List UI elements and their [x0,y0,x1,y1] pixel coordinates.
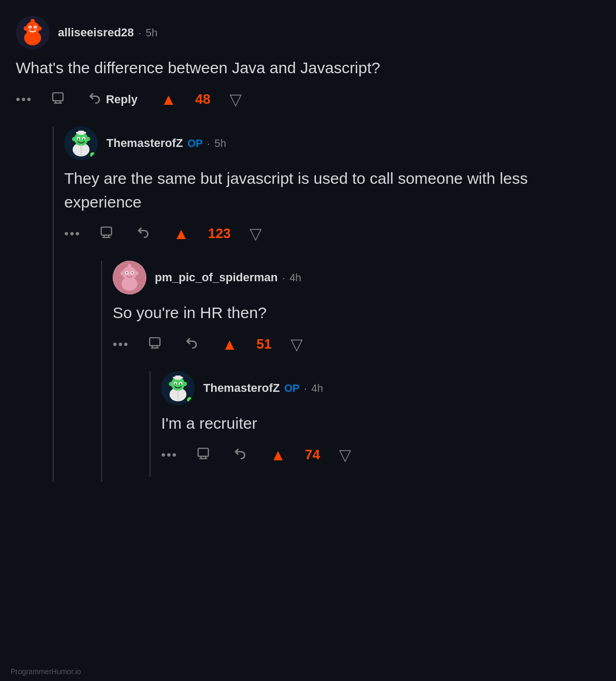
online-indicator-2 [186,396,193,403]
timestamp-2: 5h [214,137,226,149]
svg-point-34 [121,271,125,275]
comment-2-actions: ••• [64,222,600,245]
comment-3-actions: ••• [113,333,600,356]
svg-rect-58 [198,448,208,456]
svg-point-53 [175,383,176,385]
comment-4-meta: ThemasterofZ OP · 4h [203,381,323,395]
upvote-icon-2: ▲ [173,225,189,243]
svg-rect-42 [150,338,160,346]
more-options-1[interactable]: ••• [16,92,32,107]
username-3: pm_pic_of_spiderman [155,271,278,284]
reply-btn-1[interactable]: Reply [84,89,142,110]
downvote-btn-3[interactable]: ▽ [286,333,307,356]
downvote-btn-4[interactable]: ▽ [335,443,355,466]
award-icon-4 [196,447,210,463]
upvote-btn-1[interactable]: ▲ [156,88,181,111]
svg-rect-27 [101,227,112,235]
nested-level-2: pm_pic_of_spiderman · 4h So you're in HR… [101,261,600,482]
online-indicator-1 [89,151,96,159]
downvote-icon-1: ▽ [230,90,242,108]
downvote-icon-2: ▽ [250,224,262,243]
award-icon-3 [148,336,162,353]
avatar-spiderman [113,261,146,294]
reply-btn-4[interactable] [229,445,251,466]
award-icon-1 [51,91,65,108]
comment-thread: alliseeisred28 · 5h What's the differenc… [16,16,600,482]
comment-1: alliseeisred28 · 5h What's the differenc… [16,16,600,116]
comment-4: ThemasterofZ OP · 4h I'm a recruiter ••• [161,371,600,471]
avatar-alliseeisred28 [16,16,49,50]
comment-1-body: What's the difference between Java and J… [16,56,600,80]
timestamp-3: 4h [290,272,301,283]
comment-2-header: ThemasterofZ OP · 5h [64,126,600,160]
award-btn-4[interactable] [192,445,214,466]
svg-point-39 [132,272,133,274]
sep-3: · [282,272,285,283]
comment-1-actions: ••• Reply [16,88,600,111]
svg-point-22 [78,139,80,140]
upvote-btn-4[interactable]: ▲ [266,444,290,466]
more-options-3[interactable]: ••• [113,337,129,352]
svg-point-54 [180,383,182,385]
upvote-btn-3[interactable]: ▲ [217,333,242,356]
comment-4-header: ThemasterofZ OP · 4h [161,371,600,405]
upvote-icon-3: ▲ [222,335,237,353]
downvote-btn-1[interactable]: ▽ [225,88,246,111]
svg-point-5 [29,27,31,29]
award-btn-3[interactable] [144,334,166,355]
username-1: alliseeisred28 [58,26,134,39]
comment-2-meta: ThemasterofZ OP · 5h [106,136,226,150]
comment-3-body: So you're in HR then? [113,301,600,324]
reply-btn-3[interactable] [181,334,203,355]
comment-1-meta: alliseeisred28 · 5h [58,26,157,40]
comment-1-header: alliseeisred28 · 5h [16,16,600,50]
svg-rect-19 [78,131,84,135]
svg-point-6 [35,27,36,29]
timestamp-4: 4h [311,382,323,394]
more-options-4[interactable]: ••• [161,448,177,462]
reply-icon-1 [88,91,102,108]
avatar-themasterofz-2 [161,371,195,405]
nested-level-3: ThemasterofZ OP · 4h I'm a recruiter ••• [150,371,600,477]
upvote-icon-1: ▲ [161,91,176,108]
username-4: ThemasterofZ [203,381,280,394]
op-badge-4: OP [284,382,300,394]
watermark: ProgrammerHumor.io [11,667,81,676]
reply-icon-2 [136,225,150,242]
svg-point-35 [134,271,138,275]
reply-icon-4 [233,447,247,463]
svg-point-10 [37,26,42,31]
svg-rect-11 [53,93,63,101]
upvote-btn-2[interactable]: ▲ [169,223,193,245]
award-icon-2 [100,225,113,242]
timestamp-1: 5h [146,27,157,38]
svg-point-55 [169,382,173,386]
vote-count-1: 48 [195,91,211,107]
svg-rect-50 [175,376,181,380]
nested-level-1: ThemasterofZ OP · 5h They are the same b… [53,126,600,482]
award-btn-1[interactable] [47,89,69,110]
svg-point-56 [183,382,187,386]
op-badge-2: OP [187,137,203,149]
svg-point-9 [24,26,28,31]
comment-3-meta: pm_pic_of_spiderman · 4h [155,271,301,284]
downvote-btn-2[interactable]: ▽ [245,222,266,245]
comment-3: pm_pic_of_spiderman · 4h So you're in HR… [113,261,600,477]
comment-4-body: I'm a recruiter [161,411,600,435]
more-options-2[interactable]: ••• [64,226,81,241]
sep-2: · [207,137,210,149]
reply-label-1: Reply [106,93,137,106]
comment-2-body: They are the same but javascript is used… [64,166,600,214]
upvote-icon-4: ▲ [270,446,286,464]
avatar-themasterofz-1 [64,126,98,160]
sep-1: · [138,27,142,38]
comment-2: ThemasterofZ OP · 5h They are the same b… [64,126,600,482]
reply-btn-2[interactable] [132,223,154,244]
reply-icon-3 [185,336,198,353]
award-btn-2[interactable] [95,223,117,244]
vote-count-2: 123 [208,225,231,242]
sep-4: · [304,382,307,394]
vote-count-4: 74 [305,447,320,463]
comment-4-actions: ••• [161,443,600,466]
vote-count-3: 51 [256,336,272,352]
